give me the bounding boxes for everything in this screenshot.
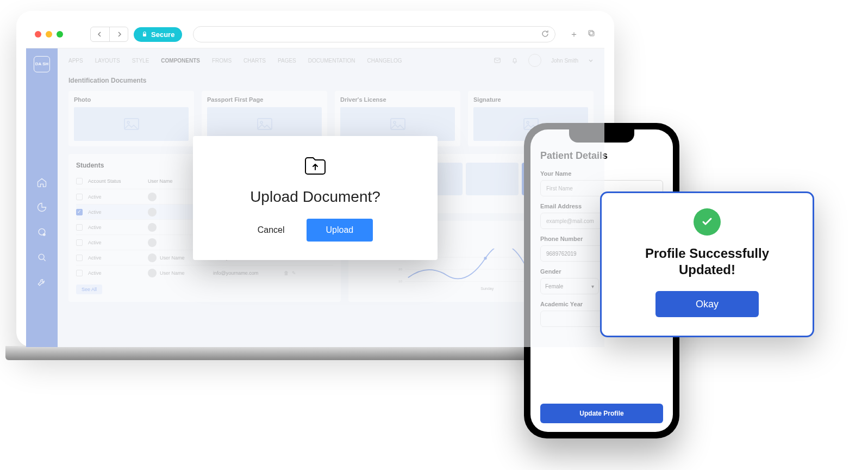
laptop-screen: Secure ＋ DA SH [16,11,614,347]
modal-title: Upload Document? [193,188,438,206]
modal-actions: Cancel Upload [193,219,438,242]
secure-badge: Secure [134,27,182,42]
maximize-window-icon[interactable] [57,31,63,38]
svg-rect-2 [590,32,594,36]
app-area: DA SH APPS LAYOUTS STYLE [26,48,604,347]
check-circle-icon [694,208,721,236]
reload-icon[interactable] [541,29,549,40]
svg-rect-0 [143,34,146,36]
copy-icon[interactable] [587,29,596,40]
success-dialog: Profile Successfully Updated! Okay [600,191,814,337]
back-button[interactable] [91,27,109,41]
browser-actions: ＋ [570,29,596,40]
success-title: Profile Successfully Updated! [618,245,796,278]
browser-toolbar: Secure ＋ [26,21,604,48]
minimize-window-icon[interactable] [46,31,52,38]
traffic-lights [35,31,63,38]
lock-icon [141,31,148,38]
folder-upload-icon [302,152,328,178]
upload-button[interactable]: Upload [307,219,373,242]
forward-button[interactable] [109,27,128,41]
close-window-icon[interactable] [35,31,41,38]
secure-label: Secure [151,30,174,39]
svg-rect-1 [589,30,593,35]
okay-button[interactable]: Okay [655,291,759,317]
nav-buttons [90,27,128,42]
laptop-frame: Secure ＋ DA SH [16,11,614,360]
upload-modal: Upload Document? Cancel Upload [193,136,438,260]
browser-window: Secure ＋ DA SH [26,21,604,347]
cancel-button[interactable]: Cancel [258,225,285,235]
new-tab-icon[interactable]: ＋ [570,29,578,40]
address-bar[interactable] [193,26,555,42]
update-profile-button[interactable]: Update Profile [540,404,663,423]
